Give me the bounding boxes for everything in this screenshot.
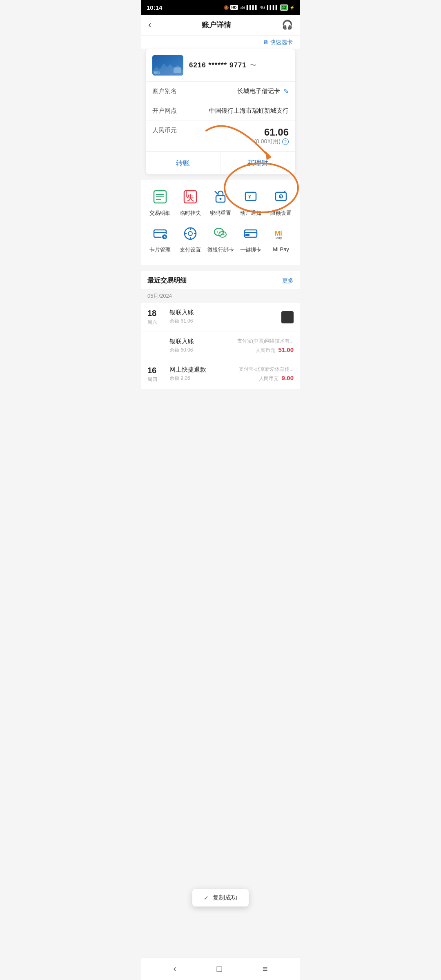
wechat-bind-icon (211, 224, 230, 243)
func-label-transaction: 交易明细 (149, 209, 171, 217)
func-card-manage[interactable]: ↻ 卡片管理 (145, 224, 175, 254)
tx-source-18-second: 支付宝(中国)网络技术有... (237, 338, 294, 345)
tx-dark-badge (281, 311, 294, 323)
toggle-visibility-icon[interactable]: 〜 (250, 61, 256, 70)
more-link[interactable]: 更多 (282, 277, 294, 285)
tx-date-18: 18 (147, 309, 165, 318)
tx-currency-label: 人民币元 (256, 347, 275, 353)
status-time: 10:14 (147, 4, 162, 11)
func-wechat-bind[interactable]: 微银行绑卡 (206, 224, 235, 254)
svg-text:银联: 银联 (154, 71, 160, 75)
move-notify-icon: ¥ (241, 187, 260, 206)
mi-pay-icon: MIPay (272, 224, 290, 243)
network-5g: 5G (240, 5, 245, 10)
card-section: 数字卡 银联 (146, 49, 295, 174)
balance-amount: 61.06 (254, 127, 289, 138)
svg-point-35 (221, 234, 222, 235)
tx-date-col-18: 18 周六 (147, 309, 165, 326)
tx-date-col-16: 16 周四 (147, 366, 165, 383)
battery-indicator: 13 (280, 4, 288, 11)
svg-text:Pay: Pay (276, 236, 282, 240)
svg-point-26 (188, 232, 192, 236)
branch-row: 开户网点 中国银行上海市瑞虹新城支行 (146, 101, 295, 121)
tx-title-18-second: 银联入账 (169, 338, 237, 345)
balance-right: 61.06 (0.00可用) ? (254, 127, 289, 145)
password-reset-icon (211, 187, 230, 206)
tx-title-18-first: 银联入账 (169, 309, 278, 316)
recent-tx-header: 最近交易明细 更多 (141, 271, 300, 289)
svg-point-12 (220, 198, 222, 200)
card-number: 6216 ****** 9771 (189, 61, 247, 69)
function-row-1: 交易明细 失 临时挂失 密码重置 ¥ 动户通知 (145, 187, 296, 217)
func-move-notify[interactable]: ¥ 动户通知 (236, 187, 265, 217)
svg-text:↻: ↻ (163, 235, 167, 239)
tx-balance-18-first: 余额 61.06 (169, 318, 278, 325)
card-select-icon: 🖥 (263, 39, 268, 45)
card-number-section: 6216 ****** 9771 〜 (189, 61, 256, 70)
action-row: 转账 买理财 (146, 151, 295, 174)
alias-row: 账户别名 长城电子借记卡 ✎ (146, 82, 295, 101)
func-label-password: 密码重置 (210, 209, 231, 217)
tx-item-16: 16 周四 网上快捷退款 余额 9.06 支付宝-北京新爱体育传... 人民币元… (141, 360, 300, 389)
func-label-notify: 动户通知 (240, 209, 261, 217)
tx-weekday-16: 周四 (147, 376, 165, 383)
branch-value: 中国银行上海市瑞虹新城支行 (209, 107, 289, 115)
func-mi-pay[interactable]: MIPay Mi Pay (266, 224, 296, 254)
help-icon[interactable]: ? (282, 138, 289, 145)
func-transaction-detail[interactable]: 交易明细 (145, 187, 175, 217)
svg-point-36 (223, 234, 225, 235)
func-limit-setting[interactable]: ¥ 限额设置 (266, 187, 296, 217)
hd-badge: HD (230, 5, 238, 10)
edit-alias-icon[interactable]: ✎ (283, 87, 289, 95)
headset-icon[interactable]: 🎧 (282, 20, 293, 30)
branch-label: 开户网点 (152, 107, 177, 115)
suspend-loss-icon: 失 (181, 187, 200, 206)
func-one-bind[interactable]: 一键绑卡 (236, 224, 265, 254)
limit-setting-icon: ¥ (272, 187, 290, 206)
function-grid: 交易明细 失 临时挂失 密码重置 ¥ 动户通知 (141, 180, 300, 265)
func-label-suspend: 临时挂失 (180, 209, 201, 217)
balance-available: (0.00可用) ? (254, 138, 289, 145)
tx-amount-18-second: 51.00 (278, 346, 294, 353)
func-suspend-loss[interactable]: 失 临时挂失 (176, 187, 205, 217)
balance-label: 人民币元 (152, 127, 177, 134)
balance-row: 人民币元 61.06 (0.00可用) ? (146, 121, 295, 151)
network-4g: 4G (260, 5, 265, 10)
nav-bar: ‹ 账户详情 🎧 (141, 15, 300, 36)
tx-date-16: 16 (147, 366, 165, 375)
svg-rect-39 (245, 234, 249, 236)
quick-select-link[interactable]: 🖥快速选卡 (263, 39, 293, 45)
func-label-payment: 支付设置 (180, 246, 201, 254)
card-chip (174, 67, 181, 73)
tx-title-16: 网上快捷退款 (169, 366, 239, 374)
page-title: 账户详情 (202, 20, 231, 30)
tx-currency-16: 人民币元 9.00 (239, 374, 294, 382)
tx-currency-18-second: 人民币元 51.00 (237, 346, 294, 354)
tx-amount-16: 9.00 (282, 374, 294, 381)
month-label: 05月/2024 (141, 289, 300, 303)
status-bar: 10:14 🔕 HD 5G ▌▌▌▌ 4G ▌▌▌▌ 13 ⚡ (141, 0, 300, 15)
func-password-reset[interactable]: 密码重置 (206, 187, 235, 217)
func-label-mi-pay: Mi Pay (273, 246, 289, 252)
mute-icon: 🔕 (224, 5, 229, 10)
alias-value: 长城电子借记卡 ✎ (237, 87, 289, 95)
func-label-wechat: 微银行绑卡 (207, 246, 234, 254)
tx-weekday-18: 周六 (147, 319, 165, 326)
alias-label: 账户别名 (152, 87, 177, 95)
card-manage-icon: ↻ (151, 224, 169, 243)
card-header: 数字卡 银联 (146, 49, 295, 82)
card-image: 数字卡 银联 (152, 55, 183, 76)
svg-text:失: 失 (186, 194, 194, 202)
tx-main-18-first: 银联入账 余额 61.06 (169, 309, 278, 326)
wealth-management-button[interactable]: 买理财 (221, 152, 296, 174)
status-icons: 🔕 HD 5G ▌▌▌▌ 4G ▌▌▌▌ 13 ⚡ (224, 4, 295, 11)
svg-rect-37 (245, 230, 257, 237)
back-button[interactable]: ‹ (148, 20, 151, 30)
quick-select-bar: 🖥快速选卡 (141, 36, 300, 49)
tx-source-16: 支付宝-北京新爱体育传... (239, 366, 294, 373)
recent-tx-title: 最近交易明细 (147, 276, 187, 285)
svg-text:¥: ¥ (248, 194, 251, 200)
page-wrapper: 10:14 🔕 HD 5G ▌▌▌▌ 4G ▌▌▌▌ 13 ⚡ ‹ 账户详情 🎧… (141, 0, 300, 414)
func-payment-setting[interactable]: 支付设置 (176, 224, 205, 254)
transfer-button[interactable]: 转账 (146, 152, 221, 174)
